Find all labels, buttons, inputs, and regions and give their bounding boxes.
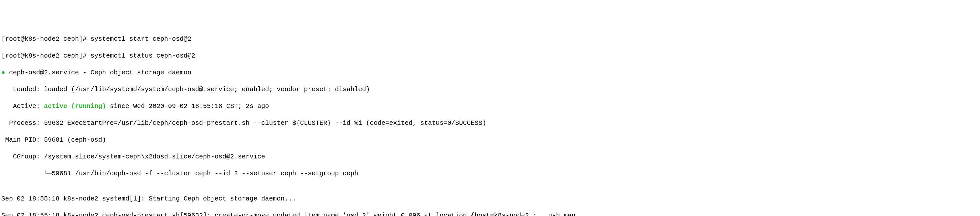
service-header: ● ceph-osd@2.service - Ceph object stora… xyxy=(1,68,979,77)
main-pid: Main PID: 59681 (ceph-osd) xyxy=(1,136,979,144)
command-text: systemctl status ceph-osd@2 xyxy=(91,52,195,59)
process-info: Process: 59632 ExecStartPre=/usr/lib/cep… xyxy=(1,119,979,127)
terminal-line: [root@k8s-node2 ceph]# systemctl status … xyxy=(1,52,979,60)
cgroup-path: CGroup: /system.slice/system-ceph\x2dosd… xyxy=(1,152,979,161)
log-line: Sep 02 18:55:18 k8s-node2 ceph-osd-prest… xyxy=(1,211,979,216)
service-name: ceph-osd@2.service - Ceph object storage… xyxy=(5,69,191,76)
active-label: Active: xyxy=(1,103,44,110)
command-text: systemctl start ceph-osd@2 xyxy=(91,35,191,43)
log-line: Sep 02 18:55:18 k8s-node2 systemd[1]: St… xyxy=(1,195,979,203)
terminal-line: [root@k8s-node2 ceph]# systemctl start c… xyxy=(1,35,979,43)
active-since: since Wed 2020-09-02 18:55:18 CST; 2s ag… xyxy=(106,103,269,110)
active-running-badge: active (running) xyxy=(44,103,106,110)
status-dot-icon: ● xyxy=(1,69,5,76)
loaded-status: Loaded: loaded (/usr/lib/systemd/system/… xyxy=(1,85,979,94)
shell-prompt: [root@k8s-node2 ceph]# xyxy=(1,35,91,43)
shell-prompt: [root@k8s-node2 ceph]# xyxy=(1,52,91,59)
active-status: Active: active (running) since Wed 2020-… xyxy=(1,102,979,111)
cgroup-child: └─59681 /usr/bin/ceph-osd -f --cluster c… xyxy=(1,170,979,178)
